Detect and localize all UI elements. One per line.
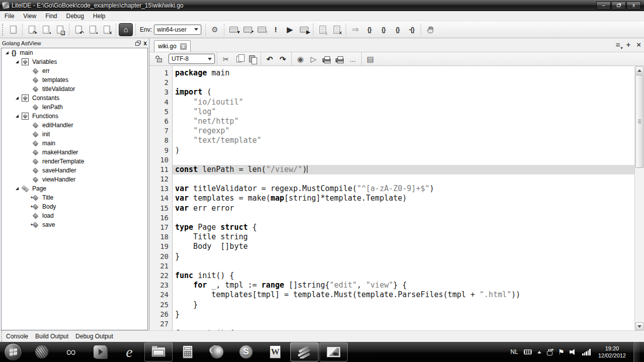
copy-button[interactable] xyxy=(233,53,245,65)
code-line[interactable]: } xyxy=(173,310,634,319)
code-line[interactable] xyxy=(173,319,634,329)
encoding-dropdown[interactable]: UTF-8 xyxy=(169,54,215,64)
print-preview-button[interactable] xyxy=(334,53,346,65)
tree-item-main[interactable]: main xyxy=(2,139,147,148)
tree-item-saveHandler[interactable]: saveHandler xyxy=(2,166,147,175)
open-file-button[interactable] xyxy=(25,23,38,36)
taskbar-network-globe[interactable] xyxy=(28,342,56,361)
float-panel-icon[interactable] xyxy=(135,42,139,46)
tree-item-Body[interactable]: Body xyxy=(2,202,147,211)
expand-arrow-icon[interactable] xyxy=(16,60,19,63)
code-line[interactable] xyxy=(173,78,634,87)
code-editor[interactable]: 1234567891011121314151617181920212223242… xyxy=(149,66,634,330)
save-all-button[interactable] xyxy=(53,23,66,36)
code-line[interactable]: templates[tmpl] = template.Must(template… xyxy=(173,290,634,300)
code-lines[interactable]: package mainimport ( "io/ioutil" "log" "… xyxy=(173,66,634,330)
undo-button[interactable]: ↶ xyxy=(264,53,276,65)
action-center-flag-icon[interactable]: ⚑ xyxy=(558,349,565,354)
pan-tool-button[interactable] xyxy=(424,23,437,36)
code-line[interactable]: for _, tmpl := range []string{"edit", "v… xyxy=(173,281,634,290)
vertical-scrollbar[interactable] xyxy=(634,66,644,330)
code-line[interactable] xyxy=(173,174,634,184)
tree-item-editHandler[interactable]: editHandler xyxy=(2,121,147,130)
menu-find[interactable]: Find xyxy=(41,12,61,21)
cut-button[interactable]: ✂ xyxy=(220,53,232,65)
save-file-as-button[interactable] xyxy=(86,23,99,36)
tree-item-makeHandler[interactable]: makeHandler xyxy=(2,148,147,157)
redo-button[interactable]: ↷ xyxy=(277,53,289,65)
paste-button[interactable] xyxy=(246,53,258,65)
taskbar-calculator[interactable] xyxy=(174,342,202,361)
tree-item-init[interactable]: init xyxy=(2,130,147,139)
fold-block-button[interactable]: {} xyxy=(363,23,376,36)
tree-item-renderTemplate[interactable]: renderTemplate xyxy=(2,157,147,166)
language-indicator[interactable]: NL xyxy=(511,348,518,355)
close-file-button[interactable] xyxy=(100,23,113,36)
network-signal-icon[interactable] xyxy=(582,349,591,355)
tree-item-lenPath[interactable]: lenPath xyxy=(2,103,147,112)
word-wrap-button[interactable]: ▤ xyxy=(364,53,376,65)
code-line[interactable] xyxy=(173,261,634,271)
scroll-down-button[interactable] xyxy=(635,322,643,330)
taskbar-visual-studio[interactable]: ∞ xyxy=(57,342,85,361)
taskbar-word[interactable]: W xyxy=(261,342,289,361)
code-line[interactable]: package main xyxy=(173,68,634,78)
output-tab-build-output[interactable]: Build Output xyxy=(34,333,74,340)
tab-close-icon[interactable]: x xyxy=(180,43,187,50)
taskbar-media-player[interactable] xyxy=(86,342,114,361)
touch-keyboard-icon[interactable] xyxy=(524,349,532,354)
close-button[interactable]: x xyxy=(626,2,641,10)
code-line[interactable]: "io/ioutil" xyxy=(173,98,634,107)
minimize-button[interactable]: – xyxy=(596,2,611,10)
record-macro-button[interactable]: ◉ xyxy=(294,53,306,65)
expand-arrow-icon[interactable] xyxy=(16,97,19,100)
menu-debug[interactable]: Debug xyxy=(61,12,88,21)
code-line[interactable]: } xyxy=(173,300,634,310)
tree-item-Variables[interactable]: Variables xyxy=(2,57,147,66)
expand-arrow-icon[interactable] xyxy=(16,187,19,190)
code-line[interactable]: type Page struct { xyxy=(173,223,634,232)
scroll-up-button[interactable] xyxy=(635,66,643,74)
options-button[interactable]: ⚙ xyxy=(208,23,221,36)
build-config-button[interactable] xyxy=(227,23,240,36)
tree-item-Title[interactable]: Title xyxy=(2,193,147,202)
print-button[interactable] xyxy=(320,53,333,65)
tree-item-Page[interactable]: Page xyxy=(2,184,147,193)
tree-item-save[interactable]: save xyxy=(2,220,147,229)
power-icon[interactable] xyxy=(547,351,552,355)
split-editor-button[interactable]: + xyxy=(626,40,630,49)
more-tools-button[interactable]: ... xyxy=(347,53,359,65)
output-tab-console[interactable]: Console xyxy=(5,333,34,340)
code-line[interactable]: "net/http" xyxy=(173,117,634,126)
tree-item-err[interactable]: err xyxy=(2,66,147,75)
code-line[interactable]: "regexp" xyxy=(173,126,634,136)
code-line[interactable]: import ( xyxy=(173,87,634,97)
code-line[interactable]: var templates = make(map[string]*templat… xyxy=(173,194,634,203)
code-line[interactable]: var titleValidator = regexp.MustCompile(… xyxy=(173,184,634,194)
tree-item-Constants[interactable]: Constants xyxy=(2,94,147,103)
fold-all-button[interactable]: {} xyxy=(391,23,404,36)
tree-item-main[interactable]: {}main xyxy=(2,48,147,57)
insert-snippet-button[interactable] xyxy=(316,23,329,36)
show-hidden-icons[interactable] xyxy=(537,351,541,353)
close-panel-icon[interactable]: x xyxy=(143,40,147,46)
code-line[interactable]: "log" xyxy=(173,107,634,117)
code-line[interactable]: Body []byte xyxy=(173,242,634,251)
code-line[interactable] xyxy=(173,155,634,165)
reload-env-button[interactable] xyxy=(255,23,268,36)
taskbar-liteide[interactable] xyxy=(290,342,318,361)
show-desktop-button[interactable] xyxy=(633,342,640,362)
unfold-block-button[interactable]: {} xyxy=(377,23,390,36)
start-button[interactable] xyxy=(4,343,22,361)
tree-item-titleValidator[interactable]: titleValidator xyxy=(2,84,147,94)
code-line[interactable]: } xyxy=(173,252,634,261)
taskbar-skype[interactable]: S xyxy=(232,342,260,361)
play-macro-button[interactable]: ▷ xyxy=(307,53,319,65)
remove-snippet-button[interactable] xyxy=(330,23,343,36)
menu-file[interactable]: File xyxy=(0,12,19,21)
revert-file-button[interactable] xyxy=(72,23,85,36)
menu-help[interactable]: Help xyxy=(89,12,110,21)
tree-item-load[interactable]: load xyxy=(2,211,147,220)
clock[interactable]: 19:20 12/02/2012 xyxy=(598,345,626,359)
code-line[interactable] xyxy=(173,213,634,223)
